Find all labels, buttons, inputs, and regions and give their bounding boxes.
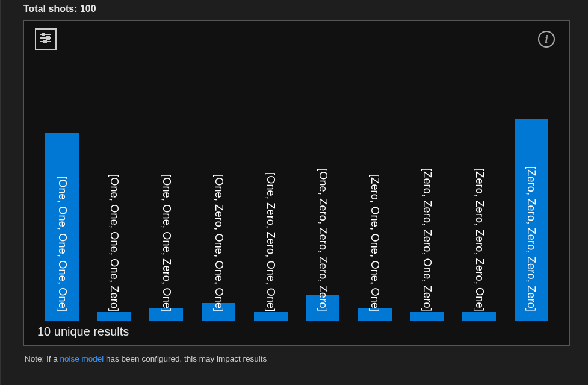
results-panel: Total shots: 100 i [One, On <box>1 0 588 369</box>
bar-slot: [Zero, Zero, Zero, Zero, One] <box>462 61 497 321</box>
bar-slot: [One, One, One, Zero, One] <box>149 61 184 321</box>
bar[interactable] <box>306 295 339 321</box>
svg-rect-4 <box>47 37 49 39</box>
bar-slot: [One, Zero, One, One, One] <box>201 61 237 321</box>
bar[interactable] <box>202 303 235 321</box>
info-button[interactable]: i <box>538 31 555 48</box>
bar-label: [Zero, One, One, One, One] <box>368 174 381 311</box>
bar[interactable] <box>254 312 288 321</box>
bar-label: [One, Zero, Zero, Zero, Zero] <box>317 168 329 311</box>
bars-area: [One, One, One, One, One][One, One, One,… <box>35 61 559 321</box>
bar[interactable] <box>149 308 183 321</box>
bar-slot: [One, Zero, Zero, One, One] <box>253 61 288 321</box>
bar-label: [One, Zero, Zero, One, One] <box>264 172 277 312</box>
sliders-icon <box>39 31 53 48</box>
total-shots-header: Total shots: 100 <box>23 4 570 14</box>
settings-button[interactable] <box>35 28 57 50</box>
footnote-prefix: Note: If a <box>25 354 60 363</box>
svg-rect-5 <box>44 40 46 43</box>
unique-results-label: 10 unique results <box>37 325 559 339</box>
bar[interactable] <box>515 119 548 321</box>
bar[interactable] <box>358 308 392 321</box>
chart-panel: i [One, One, One, One, One][One, One, On… <box>23 20 570 346</box>
bar[interactable] <box>410 312 444 321</box>
bar[interactable] <box>45 133 79 321</box>
svg-rect-3 <box>42 33 45 36</box>
bar-slot: [Zero, Zero, Zero, Zero, Zero] <box>513 61 549 321</box>
bar[interactable] <box>97 312 131 321</box>
bar-label: [One, One, One, One, Zero] <box>108 174 120 311</box>
chart-toolbar: i <box>35 28 559 52</box>
footnote-suffix: has been configured, this may impact res… <box>104 354 267 363</box>
bar-slot: [One, One, One, One, Zero] <box>97 61 132 321</box>
bar-label: [One, Zero, One, One, One] <box>212 174 225 311</box>
bar[interactable] <box>462 312 496 321</box>
bar-slot: [One, Zero, Zero, Zero, Zero] <box>305 61 341 321</box>
bar-label: [Zero, Zero, Zero, Zero, One] <box>473 168 486 311</box>
info-icon: i <box>545 33 548 46</box>
footnote: Note: If a noise model has been configur… <box>25 354 570 363</box>
bar-slot: [Zero, Zero, Zero, One, Zero] <box>409 61 445 321</box>
bar-label: [One, One, One, Zero, One] <box>160 174 173 311</box>
bar-slot: [Zero, One, One, One, One] <box>357 61 393 321</box>
bar-slot: [One, One, One, One, One] <box>45 61 80 321</box>
noise-model-link[interactable]: noise model <box>60 354 104 363</box>
bar-label: [Zero, Zero, Zero, One, Zero] <box>421 168 433 311</box>
